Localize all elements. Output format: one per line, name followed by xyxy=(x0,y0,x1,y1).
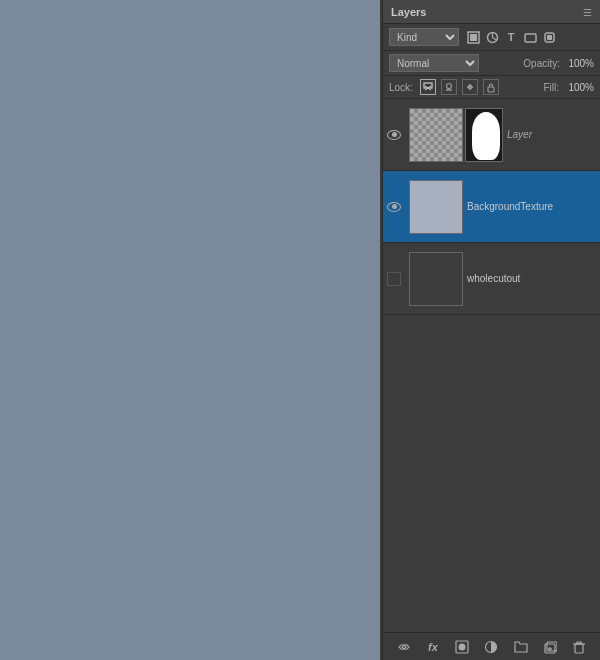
new-group-button[interactable] xyxy=(511,637,531,657)
smart-filter-icon[interactable] xyxy=(541,29,557,45)
layers-panel: Layers ☰ Kind Name Effect Mode xyxy=(382,0,600,660)
layer3-thumbnail xyxy=(409,252,463,306)
layer-row[interactable]: wholecutout xyxy=(383,243,600,315)
layer1-eye-icon[interactable] xyxy=(387,130,401,140)
lock-label: Lock: xyxy=(389,82,413,93)
new-layer-button[interactable] xyxy=(540,637,560,657)
lock-position-icon[interactable] xyxy=(462,79,478,95)
delete-layer-button[interactable] xyxy=(569,637,589,657)
layer1-thumb-canvas xyxy=(410,109,463,162)
face-canvas xyxy=(0,0,380,660)
link-layers-button[interactable] xyxy=(394,637,414,657)
lock-row: Lock: Fill: 100% xyxy=(383,76,600,99)
filter-icons: T xyxy=(465,29,557,45)
layer1-mask-thumbnail xyxy=(465,108,503,162)
layer1-visibility[interactable] xyxy=(383,99,405,170)
type-filter-icon[interactable]: T xyxy=(503,29,519,45)
opacity-label: Opacity: xyxy=(523,58,560,69)
panel-header: Layers ☰ xyxy=(383,0,600,24)
layer2-thumbnails xyxy=(409,180,463,234)
svg-rect-3 xyxy=(525,34,536,42)
svg-rect-10 xyxy=(488,87,494,92)
blend-opacity-row: Normal Dissolve Multiply Screen Overlay … xyxy=(383,51,600,76)
layer1-thumbnail xyxy=(409,108,463,162)
layer2-eye-icon[interactable] xyxy=(387,202,401,212)
filter-row: Kind Name Effect Mode T xyxy=(383,24,600,51)
layer3-thumb-canvas xyxy=(410,253,463,306)
layer-row[interactable]: Layer xyxy=(383,99,600,171)
svg-point-7 xyxy=(446,83,451,88)
layer1-thumbnails xyxy=(409,108,503,162)
panel-header-icons: ☰ xyxy=(583,7,592,18)
svg-rect-18 xyxy=(575,644,583,653)
canvas-area xyxy=(0,0,380,660)
svg-point-12 xyxy=(459,643,466,650)
layer2-thumb-preview xyxy=(410,181,462,233)
layer-row[interactable]: BackgroundTexture xyxy=(383,171,600,243)
layer3-visibility[interactable] xyxy=(383,243,405,314)
lock-transparent-icon[interactable] xyxy=(420,79,436,95)
adjustment-filter-icon[interactable] xyxy=(484,29,500,45)
layer3-thumbnails xyxy=(409,252,463,306)
panel-footer: fx xyxy=(383,632,600,660)
layer2-thumbnail xyxy=(409,180,463,234)
layer1-name: Layer xyxy=(507,129,600,140)
opacity-value[interactable]: 100% xyxy=(564,58,594,69)
fill-label: Fill: xyxy=(543,82,559,93)
blend-mode-select[interactable]: Normal Dissolve Multiply Screen Overlay xyxy=(389,54,479,72)
lock-all-icon[interactable] xyxy=(483,79,499,95)
add-mask-button[interactable] xyxy=(452,637,472,657)
svg-rect-1 xyxy=(470,34,477,41)
panel-title: Layers xyxy=(391,6,426,18)
new-adjustment-button[interactable] xyxy=(481,637,501,657)
fx-button[interactable]: fx xyxy=(423,637,443,657)
pixel-filter-icon[interactable] xyxy=(465,29,481,45)
layer3-name: wholecutout xyxy=(467,273,600,284)
layer3-eye-icon[interactable] xyxy=(387,272,401,286)
layer1-mask-preview xyxy=(466,109,502,161)
silhouette-head-shape xyxy=(472,112,500,160)
svg-rect-5 xyxy=(547,35,552,40)
layers-list: Layer BackgroundTexture xyxy=(383,99,600,632)
lock-image-icon[interactable] xyxy=(441,79,457,95)
filter-kind-select[interactable]: Kind Name Effect Mode xyxy=(389,28,459,46)
shape-filter-icon[interactable] xyxy=(522,29,538,45)
layer2-name: BackgroundTexture xyxy=(467,201,600,212)
svg-rect-6 xyxy=(424,83,432,88)
layer2-visibility[interactable] xyxy=(383,171,405,242)
panel-menu-icon[interactable]: ☰ xyxy=(583,7,592,18)
fill-value[interactable]: 100% xyxy=(564,82,594,93)
